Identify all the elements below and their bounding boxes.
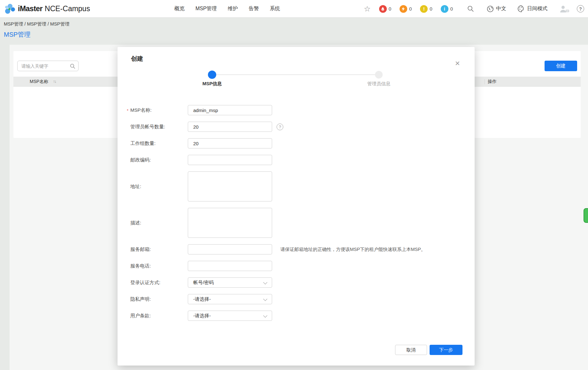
step-1-indicator-active [208,71,216,79]
step-2-label: 管理员信息 [356,81,401,87]
service-email-label: 服务邮箱: [130,246,188,253]
top-navbar: iMaster NCE-Campus 概览 MSP管理 维护 告警 系统 ☆ 0 [0,0,588,18]
form-row-postal-code: 邮政编码: [130,155,462,165]
postal-code-field[interactable] [188,155,272,165]
screen: iMaster NCE-Campus 概览 MSP管理 维护 告警 系统 ☆ 0 [0,0,588,370]
column-divider [485,79,485,84]
workgroup-count-field[interactable] [188,138,272,148]
form-row-description: 描述: [130,208,462,238]
exclamation-icon: ! [420,5,428,13]
admin-account-count-label: 管理员帐号数量: [130,124,188,130]
user-terms-label: 用户条款: [130,313,188,319]
navbar-right-tools: ☆ 0 0 ! 0 i [364,0,584,18]
msp-name-label: * MSP名称: [130,107,188,113]
search-icon[interactable] [70,63,76,69]
theme-switcher[interactable]: 日间模式 [517,5,547,13]
required-marker: * [127,108,128,113]
auth-mode-select[interactable]: 帐号/密码 [188,277,272,288]
form-row-workgroup-count: 工作组数量: [130,138,462,148]
column-header-msp-name[interactable]: MSP名称 [30,79,48,85]
form-row-user-terms: 用户条款: -请选择- [130,311,462,321]
privacy-statement-label: 隐私声明: [130,296,188,302]
next-step-button[interactable]: 下一步 [430,345,462,355]
brand-suite-name: NCE-Campus [45,4,90,13]
stepper-connector [216,74,375,75]
chevron-down-icon [263,297,267,301]
major-alarm-badge[interactable]: 0 [400,5,412,13]
brand-logo[interactable]: iMaster NCE-Campus [4,0,90,18]
chevron-down-icon [263,280,267,284]
form-row-service-email: 服务邮箱: 请保证邮箱地址的正确性，方便该MSP下的租户能快速联系上本MSP。 [130,244,462,254]
form-row-service-phone: 服务电话: [130,261,462,271]
address-field[interactable] [188,171,272,201]
description-label: 描述: [130,220,188,226]
keyword-search [17,61,79,71]
service-phone-label: 服务电话: [130,263,188,269]
search-input[interactable] [18,61,78,71]
column-header-action: 操作 [488,79,497,85]
menu-item-msp-management[interactable]: MSP管理 [195,5,217,12]
step-2-indicator-pending [375,71,383,79]
privacy-statement-select[interactable]: -请选择- [188,294,272,304]
info-icon: i [441,5,448,13]
form-row-auth-mode: 登录认证方式: 帐号/密码 [130,277,462,288]
close-icon[interactable]: × [455,59,460,67]
feedback-edge-widget[interactable] [584,208,588,223]
menu-item-system[interactable]: 系统 [270,5,280,12]
msp-name-field[interactable] [188,105,272,115]
form-row-msp-name: * MSP名称: [130,105,462,115]
chevron-down-icon [263,313,267,318]
breadcrumb[interactable]: MSP管理 / MSP管理 / MSP管理 [4,21,69,27]
minor-alarm-count: 0 [430,6,432,11]
create-msp-modal: 创建 × MSP信息 管理员信息 * MSP名称: 管理员帐号数量: ? [118,47,475,366]
workgroup-count-label: 工作组数量: [130,140,188,147]
major-alarm-count: 0 [409,6,412,11]
info-alarm-count: 0 [450,6,453,11]
service-phone-field[interactable] [188,261,272,271]
critical-alarm-badge[interactable]: 0 [379,5,391,13]
address-label: 地址: [130,184,188,190]
menu-item-overview[interactable]: 概览 [174,5,185,12]
user-terms-select[interactable]: -请选择- [188,311,272,321]
admin-account-count-field[interactable] [188,122,272,132]
lightning-icon [400,5,407,13]
language-switcher[interactable]: 中文 [486,5,506,13]
favorite-star-icon[interactable]: ☆ [364,5,371,13]
theme-label: 日间模式 [527,5,547,12]
msp-info-form: * MSP名称: 管理员帐号数量: ? 工作组数量: 邮政编码: [130,105,462,327]
modal-footer: 取消 下一步 [395,345,462,355]
form-row-admin-account-count: 管理员帐号数量: ? [130,122,462,132]
postal-code-label: 邮政编码: [130,157,188,163]
page-title: MSP管理 [4,30,30,39]
menu-item-maintenance[interactable]: 维护 [228,5,238,12]
global-search-icon[interactable] [467,5,474,12]
minor-alarm-badge[interactable]: ! 0 [420,5,432,13]
step-1-label: MSP信息 [193,81,231,87]
menu-item-alarm[interactable]: 告警 [249,5,259,12]
main-menu: 概览 MSP管理 维护 告警 系统 [174,0,280,18]
field-help-icon[interactable]: ? [277,124,283,130]
help-icon[interactable]: ? [577,5,584,12]
form-row-address: 地址: [130,171,462,201]
sort-icon[interactable]: ↑↓ [53,79,56,84]
imaster-logo-icon [4,4,15,14]
critical-alarm-count: 0 [389,6,391,11]
modal-title: 创建 [131,55,143,63]
service-email-field[interactable] [188,244,272,254]
create-msp-button[interactable]: 创建 [545,61,577,71]
flame-icon [379,5,387,13]
auth-mode-label: 登录认证方式: [130,280,188,286]
form-row-privacy-statement: 隐私声明: -请选择- [130,294,462,304]
service-email-helper-text: 请保证邮箱地址的正确性，方便该MSP下的租户能快速联系上本MSP。 [280,246,425,253]
user-account-icon[interactable] [559,5,570,13]
brand-product-name: iMaster [18,4,42,13]
info-alarm-badge[interactable]: i 0 [441,5,453,13]
cancel-button[interactable]: 取消 [395,345,427,355]
description-field[interactable] [188,208,272,238]
language-label: 中文 [496,5,506,12]
